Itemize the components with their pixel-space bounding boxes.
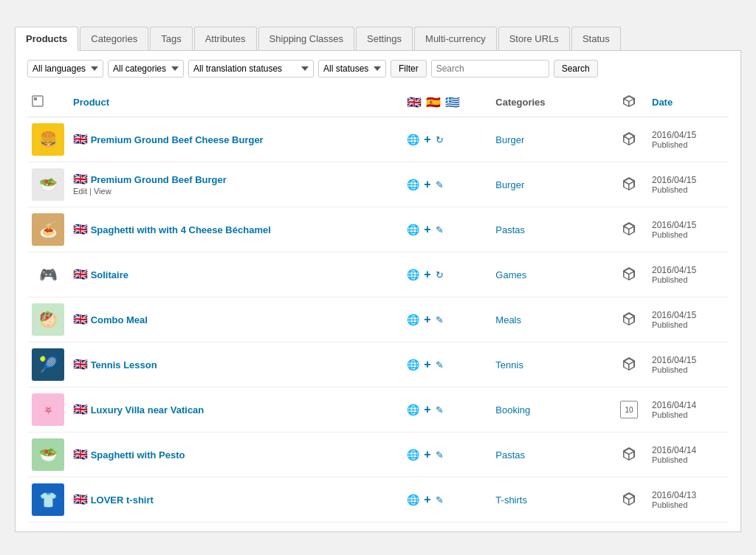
category-link[interactable]: Pastas [495,449,525,461]
product-thumbnail: 🎮 [27,252,69,297]
product-thumbnail: 🥙 [27,297,69,342]
globe-icon[interactable]: 🌐 [407,359,419,370]
plus-icon[interactable]: + [424,178,430,191]
tab-categories[interactable]: Categories [80,27,148,50]
tab-tags[interactable]: Tags [150,27,192,50]
globe-icon[interactable]: 🌐 [407,314,419,325]
product-name-cell: 🇬🇧 Solitaire [69,252,402,297]
col-header-flags: 🇬🇧 🇪🇸 🇬🇷 [402,88,491,117]
pencil-icon[interactable]: ✎ [436,359,444,370]
tab-products[interactable]: Products [15,27,78,51]
product-thumbnail: 👕 [27,478,69,523]
plus-icon[interactable]: + [424,268,430,281]
category-link[interactable]: Pastas [495,224,525,235]
search-button[interactable]: Search [554,60,598,77]
flag-es: 🇪🇸 [426,97,441,108]
product-name-cell: 🇬🇧 Tennis Lesson [69,342,402,387]
refresh-icon[interactable]: ↻ [436,134,444,145]
table-row: 🥗 🇬🇧 Premium Ground Beef Burger Edit | V… [27,162,729,207]
tab-shipping-classes[interactable]: Shipping Classes [258,27,354,50]
category-link[interactable]: Games [495,269,526,280]
tab-store-urls[interactable]: Store URLs [498,27,570,50]
category-link[interactable]: Booking [495,404,530,416]
translation-icons-cell: 🌐+✎ [402,207,491,252]
product-name-cell: 🇬🇧 Premium Ground Beef Burger Edit | Vie… [69,162,402,207]
pencil-icon[interactable]: ✎ [436,449,444,461]
refresh-icon[interactable]: ↻ [436,269,444,280]
tab-attributes[interactable]: Attributes [194,27,257,50]
product-flag: 🇬🇧 [73,173,88,185]
product-name-cell: 🇬🇧 Spaghetti with Pesto [69,432,402,478]
pencil-icon[interactable]: ✎ [436,314,444,325]
language-filter[interactable]: All languages English Spanish Greek [27,60,103,77]
translation-icons-cell: 🌐+✎ [402,297,491,342]
product-link[interactable]: Tennis Lesson [91,359,157,370]
plus-icon[interactable]: + [424,223,430,236]
product-link[interactable]: Luxury Villa near Vatican [91,404,205,416]
date-cell: 2016/04/15 Published [647,162,729,207]
search-input[interactable] [431,60,549,77]
product-link[interactable]: Spaghetti with Pesto [91,449,185,461]
translation-icons-cell: 🌐+↻ [402,252,491,297]
category-cell: Tennis [491,342,611,387]
tab-settings[interactable]: Settings [356,27,413,50]
product-link[interactable]: LOVER t-shirt [91,494,154,506]
edit-link[interactable]: Edit [73,187,87,196]
product-thumbnail: 🥗 [27,162,69,207]
filter-button[interactable]: Filter [391,60,427,77]
plus-icon[interactable]: + [424,448,430,461]
col-header-box [611,88,647,117]
status-filter[interactable]: All statuses Published Draft [318,60,386,77]
box-icon-cell [611,207,647,252]
table-row: 🍔 🇬🇧 Premium Ground Beef Cheese Burger 🌐… [27,117,729,162]
pencil-icon[interactable]: ✎ [436,404,444,416]
box-icon-cell [611,252,647,297]
globe-icon[interactable]: 🌐 [407,224,419,235]
category-link[interactable]: Burger [495,179,524,190]
plus-icon[interactable]: + [424,133,430,146]
status-value: Published [652,185,724,194]
box-icon-cell [611,432,647,478]
status-value: Published [652,455,724,464]
product-link[interactable]: Combo Meal [91,314,148,325]
cube-icon [621,138,637,149]
category-filter[interactable]: All categories Burger Pastas Games Meals… [108,60,184,77]
pencil-icon[interactable]: ✎ [436,494,444,506]
product-link[interactable]: Spaghetti with with 4 Cheese Béchamel [91,224,271,235]
globe-icon[interactable]: 🌐 [407,269,419,280]
globe-icon[interactable]: 🌐 [407,449,419,461]
category-link[interactable]: Meals [495,314,521,325]
box-icon-cell [611,478,647,523]
plus-icon[interactable]: + [424,403,430,416]
category-link[interactable]: Tennis [495,359,523,370]
view-link[interactable]: View [94,187,111,196]
product-link[interactable]: Premium Ground Beef Cheese Burger [91,134,264,145]
tab-status[interactable]: Status [571,27,621,50]
date-value: 2016/04/14 [652,400,724,410]
pencil-icon[interactable]: ✎ [436,224,444,235]
date-value: 2016/04/15 [652,265,724,275]
translation-status-filter[interactable]: All translation statuses Translated Not … [188,60,314,77]
status-value: Published [652,410,724,419]
product-flag: 🇬🇧 [73,133,88,145]
globe-icon[interactable]: 🌐 [407,494,419,506]
pencil-icon[interactable]: ✎ [436,179,444,190]
category-link[interactable]: Burger [495,134,524,145]
date-value: 2016/04/15 [652,310,724,320]
category-link[interactable]: T-shirts [495,494,527,506]
box-icon-cell [611,297,647,342]
translation-icons-cell: 🌐+↻ [402,117,491,162]
category-cell: Pastas [491,432,611,478]
plus-icon[interactable]: + [424,358,430,371]
product-link[interactable]: Solitaire [91,269,128,280]
cube-icon [621,183,637,194]
date-cell: 2016/04/13 Published [647,478,729,523]
tab-multi-currency[interactable]: Multi-currency [414,27,497,50]
plus-icon[interactable]: + [424,313,430,326]
product-link[interactable]: Premium Ground Beef Burger [91,174,227,185]
globe-icon[interactable]: 🌐 [407,134,419,145]
globe-icon[interactable]: 🌐 [407,404,419,416]
product-flag: 🇬🇧 [73,313,88,325]
globe-icon[interactable]: 🌐 [407,179,419,190]
plus-icon[interactable]: + [424,493,430,506]
